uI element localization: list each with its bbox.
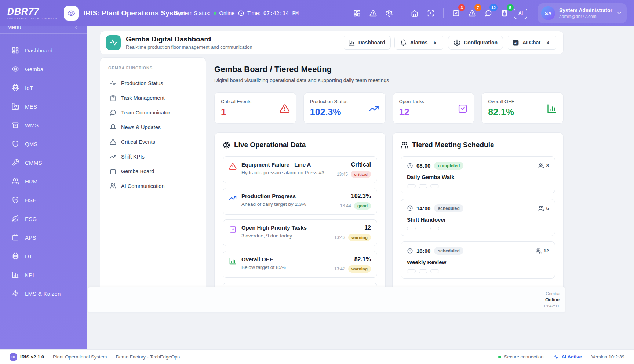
meeting-tag [430, 269, 439, 273]
check-square-icon [458, 103, 468, 114]
users-icon [110, 183, 116, 189]
avatar: SA [541, 6, 555, 20]
board-status-badges [536, 66, 564, 74]
sidebar-nav: Dashboard Gemba IoT MES WMS QMS [0, 34, 87, 301]
functions-panel-title: GEMBA FUNCTIONS [108, 66, 198, 70]
sidebar-item[interactable]: CMMS [0, 155, 82, 170]
header-icon-button[interactable] [350, 7, 364, 20]
status-bar-state: Online [545, 297, 560, 302]
function-item[interactable]: AI Communication [105, 179, 201, 193]
header-notification-button[interactable]: 5 [498, 7, 511, 20]
header-notification-button[interactable]: 7 [466, 7, 479, 20]
live-row-time: 13:43 [334, 235, 345, 240]
sidebar-item[interactable]: Dashboard [0, 43, 82, 58]
sidebar-item[interactable]: KPI [0, 267, 82, 283]
user-menu[interactable]: SA System Administrator admin@dbr77.com [538, 3, 627, 23]
notification-count-badge: 3 [458, 4, 465, 11]
live-row[interactable]: Overall OEE Below target of 85% 82.1% 13… [223, 251, 377, 278]
time-value: 07:42:14 PM [263, 10, 299, 16]
page-action-button[interactable]: Dashboard [343, 36, 391, 50]
live-row-time: 13:44 [340, 203, 351, 208]
users-icon [536, 248, 542, 254]
header-icon-button[interactable] [424, 7, 437, 20]
page-subtitle: Real-time production floor management an… [126, 44, 252, 50]
activity-icon [110, 80, 116, 87]
gemba-module-chip [106, 35, 121, 50]
dbr77-logo[interactable]: DBR77 INDUSTRIAL INTELLIGENCE [7, 7, 58, 20]
meeting-tag [419, 184, 427, 188]
live-row[interactable]: Equipment Failure - Line A Hydraulic pre… [223, 156, 377, 183]
eye-icon [67, 9, 75, 17]
header-nav-icons [407, 7, 439, 20]
function-item[interactable]: Critical Events [105, 135, 201, 149]
time-label: Time: [247, 10, 260, 16]
function-item[interactable]: News & Updates [105, 120, 201, 135]
function-item[interactable]: Gemba Board [105, 164, 201, 179]
header-icon-button[interactable] [367, 7, 380, 20]
layout-dashboard-icon [353, 10, 361, 17]
notification-count-badge: 5 [507, 4, 514, 11]
chevron-down-icon [616, 10, 622, 16]
factory-icon [12, 103, 19, 110]
meeting-tag [407, 269, 416, 273]
sidebar-item[interactable]: MES [0, 99, 82, 114]
function-item[interactable]: Production Status [105, 76, 201, 91]
app-footer: IRIS v2.1.0 Plant Operational System Dem… [0, 349, 634, 364]
meeting-attendees: 8 [538, 163, 549, 169]
function-item[interactable]: Task Management [105, 91, 201, 105]
stat-cards: Critical Events 1 Production Status 102.… [214, 92, 564, 124]
app-title: IRIS: Plant Operations System [84, 9, 186, 17]
live-row[interactable]: Production Progress Ahead of daily targe… [223, 188, 377, 215]
stat-card: Open Tasks 12 [393, 92, 475, 124]
bar-chart-icon [12, 271, 19, 279]
sidebar-item[interactable]: Gemba [0, 61, 82, 77]
header-notification-button[interactable]: 3 [449, 7, 463, 20]
footer-system-name: Plant Operational System [53, 354, 107, 360]
function-item[interactable]: Shift KPIs [105, 149, 201, 164]
message-circle-icon [485, 10, 492, 17]
target-icon [223, 141, 230, 149]
meeting-title: Weekly Review [407, 259, 549, 265]
page-action-button[interactable]: Configuration [448, 36, 503, 50]
trending-up-icon [369, 103, 379, 114]
sidebar-item[interactable]: QMS [0, 136, 82, 152]
clipboard-list-icon [110, 95, 116, 101]
meeting-attendees: 12 [536, 248, 549, 254]
status-bar-time: 19:42:11 [543, 304, 560, 308]
bar-chart-icon [547, 103, 557, 114]
meeting-tags [407, 269, 549, 273]
meeting-tag [407, 184, 416, 188]
meeting-tags [407, 184, 549, 188]
function-item[interactable]: Team Communicator [105, 105, 201, 120]
live-row[interactable]: Open High Priority Tasks 3 overdue, 9 du… [223, 219, 377, 246]
archive-icon [12, 121, 19, 129]
sidebar-item[interactable]: HRM [0, 174, 82, 189]
header-notification-button[interactable]: 12 [482, 7, 495, 20]
header-icon-button[interactable] [383, 7, 396, 20]
page-action-button[interactable]: Alarms 5 [394, 36, 444, 50]
shield-icon [12, 140, 19, 148]
sidebar-item[interactable]: ESG [0, 211, 82, 226]
page-title: Gemba Digital Dashboard [126, 35, 252, 43]
meeting-card[interactable]: 08:00 completed 8 Daily Gemba Walk [401, 156, 555, 193]
sidebar-item[interactable]: HSE [0, 192, 82, 208]
cpu-icon [12, 84, 19, 91]
system-status-label: System Status: [175, 10, 211, 16]
sidebar-item[interactable]: LMS & Kaizen [0, 286, 82, 301]
system-time: Time: 07:42:14 PM [238, 10, 299, 17]
sidebar-item[interactable]: IoT [0, 80, 82, 95]
calendar-icon [12, 234, 19, 241]
stat-card: Overall OEE 82.1% [481, 92, 564, 124]
ai-assistant-button[interactable]: AI [514, 8, 527, 19]
online-status-dot [214, 12, 216, 15]
header-icon-button[interactable] [408, 7, 421, 20]
meeting-card[interactable]: 16:00 scheduled 12 Weekly Review [401, 241, 555, 279]
sidebar-item[interactable]: DT [0, 248, 82, 264]
sidebar-item[interactable]: WMS [0, 117, 82, 133]
settings-icon [453, 39, 460, 46]
page-action-button[interactable]: AI AI Chat 3 [507, 36, 557, 50]
meeting-card[interactable]: 14:00 scheduled 6 Shift Handover [401, 199, 555, 236]
sidebar-item[interactable]: APS [0, 230, 82, 245]
alert-triangle-icon [469, 10, 476, 17]
schedule-panel-title: Tiered Meeting Schedule [401, 141, 555, 149]
